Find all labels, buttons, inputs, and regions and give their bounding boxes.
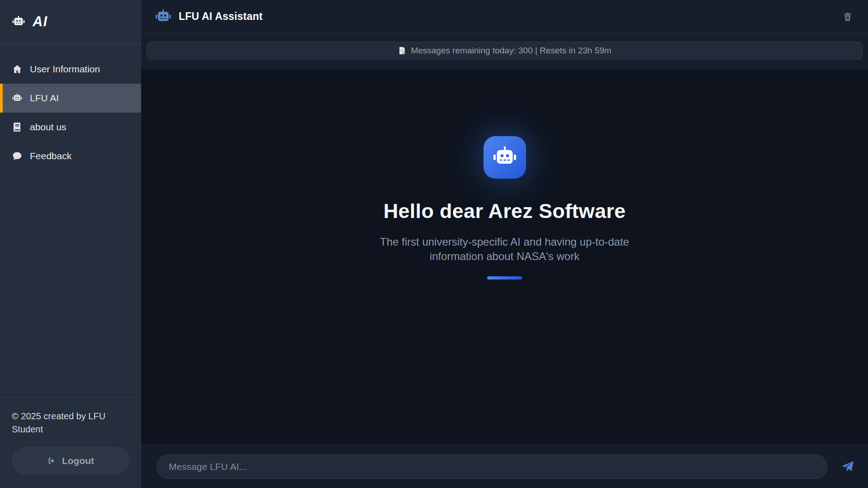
logout-label: Logout xyxy=(62,455,94,466)
sidebar-item-user-information[interactable]: User Information xyxy=(0,55,141,84)
sidebar-nav: User Information LFU AI about us Feedbac… xyxy=(0,44,141,398)
logout-button[interactable]: Logout xyxy=(12,447,129,474)
sidebar: AI User Information LFU AI about us xyxy=(0,0,141,488)
page-title: LFU AI Assistant xyxy=(179,10,263,23)
sidebar-footer: © 2025 created by LFU Student Logout xyxy=(0,398,141,488)
quota-banner: Messages remaining today: 300 | Resets i… xyxy=(147,42,863,60)
assistant-avatar xyxy=(484,136,526,179)
logout-icon xyxy=(47,456,56,465)
app-logo: AI xyxy=(0,0,141,44)
quota-text: Messages remaining today: 300 | Resets i… xyxy=(411,46,611,56)
home-icon xyxy=(12,64,23,75)
sidebar-item-label: about us xyxy=(30,122,66,133)
robot-header-icon xyxy=(155,8,172,25)
sidebar-item-about-us[interactable]: about us xyxy=(0,113,141,142)
clear-chat-button[interactable] xyxy=(841,10,854,24)
trash-icon xyxy=(843,12,853,22)
comment-icon xyxy=(12,151,23,161)
sidebar-item-feedback[interactable]: Feedback xyxy=(0,142,141,171)
sidebar-item-label: Feedback xyxy=(30,151,71,161)
robot-avatar-icon xyxy=(492,145,517,170)
sidebar-item-label: User Information xyxy=(30,64,100,75)
app-window: AI User Information LFU AI about us xyxy=(0,0,868,488)
robot-logo-icon xyxy=(12,15,25,28)
main-panel: LFU AI Assistant Messages remaining toda… xyxy=(141,0,868,488)
send-button[interactable] xyxy=(840,459,855,474)
memo-icon xyxy=(398,46,407,55)
chat-header: LFU AI Assistant xyxy=(141,0,868,33)
sidebar-item-lfu-ai[interactable]: LFU AI xyxy=(0,84,141,113)
welcome-subtitle: The first university-specific AI and hav… xyxy=(376,235,634,264)
welcome-heading: Hello dear Arez Software xyxy=(384,199,626,223)
copyright-text: © 2025 created by LFU Student xyxy=(12,410,129,436)
book-icon xyxy=(12,122,23,133)
header-title-group: LFU AI Assistant xyxy=(155,8,263,25)
message-input[interactable] xyxy=(157,455,827,479)
welcome-divider xyxy=(487,276,522,280)
send-icon xyxy=(841,460,854,474)
composer-bar xyxy=(141,445,868,488)
chat-messages-area: Hello dear Arez Software The first unive… xyxy=(141,69,868,445)
banner-strip: Messages remaining today: 300 | Resets i… xyxy=(141,33,868,69)
sidebar-item-label: LFU AI xyxy=(30,93,59,104)
logo-text: AI xyxy=(33,14,47,30)
robot-icon xyxy=(12,93,23,104)
